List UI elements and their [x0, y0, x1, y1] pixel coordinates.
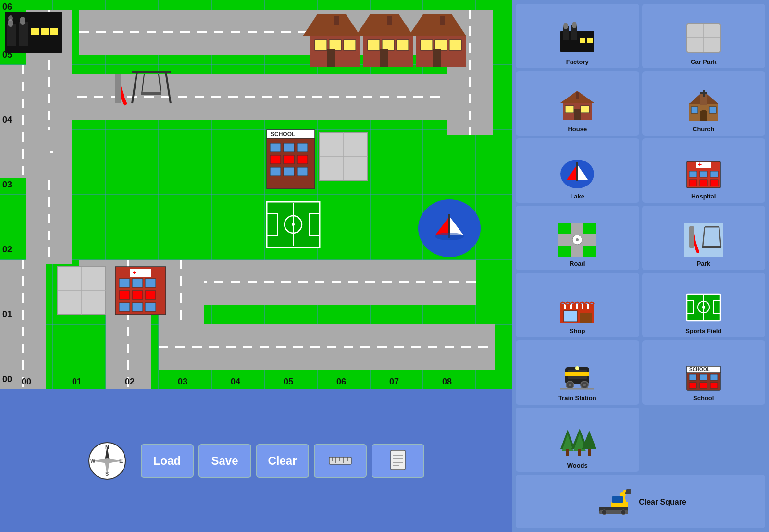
sidebar: Factory Car Park: [512, 0, 769, 532]
svg-rect-65: [315, 40, 327, 50]
tile-school[interactable]: SCHOOL School: [642, 340, 766, 405]
svg-rect-173: [700, 92, 707, 94]
svg-rect-165: [565, 106, 574, 113]
car-park-icon: [684, 19, 723, 57]
svg-rect-175: [709, 107, 716, 113]
sports-field-icon: [684, 288, 723, 326]
svg-rect-60: [31, 28, 39, 35]
svg-rect-99: [284, 155, 294, 164]
svg-rect-248: [612, 496, 623, 503]
svg-line-85: [166, 72, 171, 103]
svg-point-243: [602, 510, 607, 515]
tile-sports-field-label: Sports Field: [685, 327, 721, 334]
tile-church-label: Church: [693, 125, 715, 133]
svg-rect-185: [710, 171, 718, 177]
svg-text:03: 03: [178, 377, 187, 386]
svg-rect-216: [565, 372, 589, 376]
svg-rect-92: [267, 130, 315, 138]
svg-rect-183: [689, 171, 697, 177]
svg-text:+: +: [133, 269, 136, 276]
tile-train-station[interactable]: Train Station: [516, 340, 639, 405]
svg-point-244: [621, 510, 626, 515]
svg-text:00: 00: [22, 377, 31, 386]
tile-clear-square[interactable]: Clear Square: [516, 475, 765, 528]
svg-point-58: [20, 17, 25, 25]
svg-marker-114: [449, 216, 464, 235]
svg-rect-28: [0, 260, 46, 389]
svg-point-157: [572, 22, 577, 28]
svg-text:07: 07: [389, 377, 399, 386]
svg-rect-116: [448, 214, 450, 238]
tile-woods[interactable]: Woods: [516, 408, 639, 472]
clear-button[interactable]: Clear: [256, 444, 309, 478]
save-button[interactable]: Save: [198, 444, 251, 478]
tile-house[interactable]: House: [516, 71, 639, 136]
svg-rect-226: [689, 374, 696, 380]
svg-rect-61: [41, 28, 49, 35]
svg-point-117: [435, 233, 464, 240]
ruler-button[interactable]: [314, 444, 367, 478]
map-area[interactable]: 00 01 02 03 04 05 06 07 08 00 01 02 03 0…: [0, 0, 512, 532]
svg-text:+: +: [698, 161, 702, 168]
svg-rect-111: [267, 214, 277, 235]
tile-church[interactable]: Church: [642, 71, 766, 136]
tile-hospital-label: Hospital: [691, 193, 716, 200]
svg-rect-131: [132, 303, 143, 311]
svg-rect-66: [329, 40, 341, 50]
svg-rect-199: [702, 246, 721, 248]
svg-rect-80: [435, 40, 447, 50]
tile-train-station-label: Train Station: [558, 395, 596, 402]
svg-point-59: [8, 15, 13, 21]
tile-school-label: School: [693, 395, 714, 402]
svg-rect-36: [159, 324, 495, 370]
tile-sports-field[interactable]: Sports Field: [642, 273, 766, 337]
svg-rect-118: [58, 267, 106, 315]
tile-shop-label: Shop: [570, 327, 585, 334]
tile-factory[interactable]: Factory: [516, 4, 639, 68]
svg-text:SCHOOL: SCHOOL: [689, 367, 710, 372]
tile-clear-square-label: Clear Square: [639, 498, 686, 507]
svg-text:E: E: [119, 458, 123, 464]
svg-rect-16: [447, 10, 493, 135]
svg-rect-75: [380, 49, 388, 67]
woods-icon: [558, 422, 596, 461]
svg-rect-96: [284, 143, 294, 152]
svg-rect-91: [268, 142, 272, 144]
svg-rect-166: [581, 106, 589, 113]
svg-text:02: 02: [125, 377, 135, 386]
svg-text:05: 05: [284, 377, 293, 386]
svg-rect-68: [327, 49, 335, 67]
svg-point-156: [563, 23, 568, 29]
svg-rect-98: [270, 155, 281, 164]
document-button[interactable]: [372, 444, 424, 478]
svg-rect-89: [141, 92, 161, 95]
tile-road[interactable]: Road: [516, 206, 639, 270]
svg-text:04: 04: [231, 377, 240, 386]
tile-shop[interactable]: Shop: [516, 273, 639, 337]
svg-text:05: 05: [2, 50, 12, 60]
svg-marker-115: [435, 216, 449, 235]
tile-hospital[interactable]: + Hospital: [642, 138, 766, 203]
svg-rect-122: [130, 269, 151, 277]
svg-rect-206: [564, 311, 577, 322]
clear-square-icon: [595, 483, 633, 521]
train-station-icon: [558, 355, 596, 394]
svg-rect-54: [5, 12, 62, 53]
compass: N S E W: [88, 442, 126, 480]
svg-rect-73: [382, 40, 394, 50]
svg-rect-90: [115, 74, 121, 103]
svg-text:06: 06: [2, 2, 12, 12]
tile-woods-label: Woods: [567, 462, 588, 469]
tile-park[interactable]: Park: [642, 206, 766, 270]
bottom-bar: N S E W Load Save Clear: [0, 389, 512, 532]
load-button[interactable]: Load: [141, 444, 194, 478]
svg-rect-159: [587, 38, 593, 43]
svg-rect-179: [576, 162, 578, 181]
svg-rect-82: [433, 49, 441, 67]
svg-point-220: [583, 384, 586, 386]
svg-rect-30: [79, 260, 476, 305]
svg-rect-79: [421, 40, 433, 50]
tile-lake[interactable]: Lake: [516, 138, 639, 203]
tile-car-park[interactable]: Car Park: [642, 4, 766, 68]
svg-text:00: 00: [2, 374, 12, 384]
